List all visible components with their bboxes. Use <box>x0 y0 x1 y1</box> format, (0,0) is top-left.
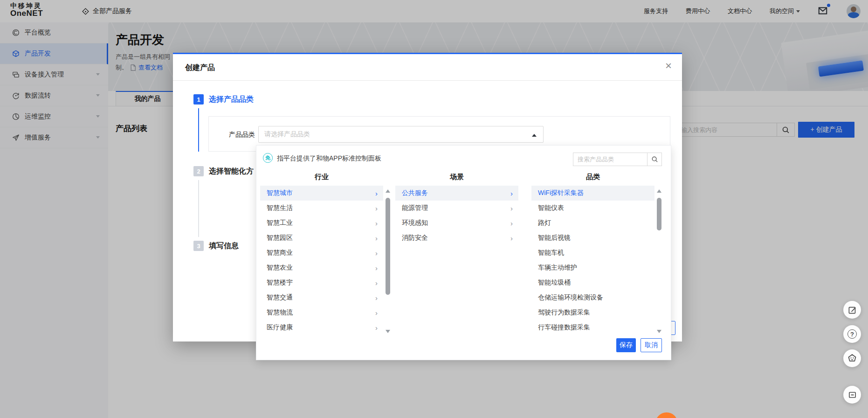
category-option[interactable]: 医疗健康› <box>260 320 383 335</box>
save-button[interactable]: 保存 <box>616 338 636 352</box>
category-option-label: 环境感知 <box>402 219 428 227</box>
create-product-modal: 创建产品 × 1 选择产品品类 产品品类 请选择产品品类 2 选择智能化方 3 … <box>173 53 682 341</box>
scroll-down-icon[interactable] <box>657 330 661 333</box>
category-option[interactable]: 智慧城市› <box>260 186 383 201</box>
category-option-label: 智慧物流 <box>267 308 293 317</box>
category-option-label: 智能垃圾桶 <box>538 279 571 287</box>
category-option-label: 路灯 <box>538 219 551 227</box>
category-list: WiFi探针采集器智能仪表路灯智能后视镜智能车机车辆主动维护智能垃圾桶仓储运输环… <box>531 186 654 335</box>
search-icon <box>651 156 658 163</box>
assistant-button[interactable] <box>843 349 861 367</box>
category-option-label: 智慧农业 <box>267 264 293 272</box>
category-scrollbar <box>656 186 662 335</box>
category-select[interactable]: 请选择产品品类 <box>258 126 544 143</box>
chevron-right-icon: › <box>510 219 513 227</box>
category-option[interactable]: 车辆主动维护 <box>531 260 654 275</box>
category-field-label: 产品品类 <box>229 131 255 139</box>
chevron-right-icon: › <box>375 204 378 212</box>
category-search-input[interactable] <box>573 153 647 166</box>
category-option[interactable]: 智慧交通› <box>260 290 383 305</box>
category-option[interactable]: WiFi探针采集器 <box>531 186 654 201</box>
cancel-button[interactable]: 取消 <box>641 338 662 352</box>
chevron-up-icon <box>532 134 537 137</box>
category-option[interactable]: 能源管理› <box>395 201 518 216</box>
category-option[interactable]: 智能垃圾桶 <box>531 275 654 290</box>
industry-list: 智慧城市›智慧生活›智慧工业›智慧园区›智慧商业›智慧农业›智慧楼宇›智慧交通›… <box>260 186 383 335</box>
category-option-label: 医疗健康 <box>267 323 293 332</box>
category-option-label: 智慧交通 <box>267 293 293 302</box>
category-search-button[interactable] <box>647 153 661 166</box>
step-2: 2 选择智能化方 <box>193 166 254 176</box>
edit-icon <box>848 306 857 314</box>
step-connector <box>198 180 199 237</box>
modal-header: 创建产品 × <box>173 54 682 81</box>
step-connector <box>198 108 199 152</box>
window-icon <box>848 390 857 399</box>
category-option[interactable]: 环境感知› <box>395 216 518 230</box>
scroll-up-icon[interactable] <box>386 189 390 193</box>
category-option-label: 公共服务 <box>402 189 428 197</box>
step-2-number: 2 <box>193 166 204 176</box>
category-option[interactable]: 智慧物流› <box>260 305 383 320</box>
column-header-scene: 场景 <box>395 173 518 181</box>
step-1-number: 1 <box>193 94 204 104</box>
category-option[interactable]: 驾驶行为数据采集 <box>531 305 654 320</box>
chevron-right-icon: › <box>375 189 378 197</box>
step-1: 1 选择产品品类 <box>193 94 254 104</box>
category-option-label: WiFi探针采集器 <box>538 189 584 197</box>
category-dropdown-panel: 免 指平台提供了和物APP标准控制面板 行业 场景 品类 智慧城市›智慧生活›智… <box>256 145 671 360</box>
scene-list: 公共服务›能源管理›环境感知›消防安全› <box>395 186 518 245</box>
scrollbar-thumb[interactable] <box>657 198 661 230</box>
console-window-button[interactable] <box>843 386 861 404</box>
category-option[interactable]: 智慧农业› <box>260 260 383 275</box>
category-option[interactable]: 智慧生活› <box>260 201 383 216</box>
chevron-right-icon: › <box>375 249 378 257</box>
free-badge-icon: 免 <box>263 153 273 163</box>
help-button[interactable]: ? <box>843 325 861 343</box>
chevron-right-icon: › <box>510 189 513 197</box>
category-option-label: 智慧楼宇 <box>267 279 293 287</box>
app-root: 中移坤灵 OneNET 全部产品服务 服务支持 费用中心 文档中心 我的空间 <box>0 0 868 418</box>
industry-scrollbar <box>385 186 391 335</box>
close-icon[interactable]: × <box>665 60 672 71</box>
category-option[interactable]: 公共服务› <box>395 186 518 201</box>
category-option[interactable]: 智能后视镜 <box>531 230 654 245</box>
category-option[interactable]: 行车碰撞数据采集 <box>531 320 654 335</box>
panel-hint-text: 指平台提供了和物APP标准控制面板 <box>277 154 381 163</box>
category-option[interactable]: 路灯 <box>531 216 654 230</box>
chevron-right-icon: › <box>375 264 378 272</box>
category-option[interactable]: 智慧商业› <box>260 245 383 260</box>
chevron-right-icon: › <box>375 219 378 227</box>
chevron-right-icon: › <box>510 204 513 212</box>
category-option-label: 智慧城市 <box>267 189 293 197</box>
category-option[interactable]: 仓储运输环境检测设备 <box>531 290 654 305</box>
category-option-label: 智能仪表 <box>538 204 564 212</box>
category-option[interactable]: 智能仪表 <box>531 201 654 216</box>
step-2-label: 选择智能化方 <box>209 167 254 176</box>
category-option-label: 智能后视镜 <box>538 234 571 242</box>
category-option[interactable]: 智慧楼宇› <box>260 275 383 290</box>
category-select-placeholder: 请选择产品品类 <box>264 130 310 139</box>
step-3-number: 3 <box>193 241 204 251</box>
modal-title: 创建产品 <box>185 63 215 73</box>
category-option-label: 车辆主动维护 <box>538 264 577 272</box>
step-1-label: 选择产品品类 <box>209 95 254 104</box>
step-3-label: 填写信息 <box>209 241 239 251</box>
chevron-right-icon: › <box>375 279 378 287</box>
chevron-right-icon: › <box>375 294 378 302</box>
step-3: 3 填写信息 <box>193 241 239 251</box>
category-search-box <box>573 153 662 166</box>
question-icon: ? <box>847 329 857 339</box>
scrollbar-thumb[interactable] <box>386 198 390 295</box>
category-option-label: 消防安全 <box>402 234 428 242</box>
scroll-up-icon[interactable] <box>657 189 661 193</box>
category-option[interactable]: 智慧工业› <box>260 216 383 230</box>
feedback-button[interactable] <box>843 301 861 319</box>
category-option-label: 驾驶行为数据采集 <box>538 308 590 317</box>
category-option-label: 智能车机 <box>538 249 564 257</box>
chevron-right-icon: › <box>375 309 378 317</box>
category-option[interactable]: 消防安全› <box>395 230 518 245</box>
scroll-down-icon[interactable] <box>386 330 390 333</box>
category-option[interactable]: 智慧园区› <box>260 230 383 245</box>
category-option[interactable]: 智能车机 <box>531 245 654 260</box>
